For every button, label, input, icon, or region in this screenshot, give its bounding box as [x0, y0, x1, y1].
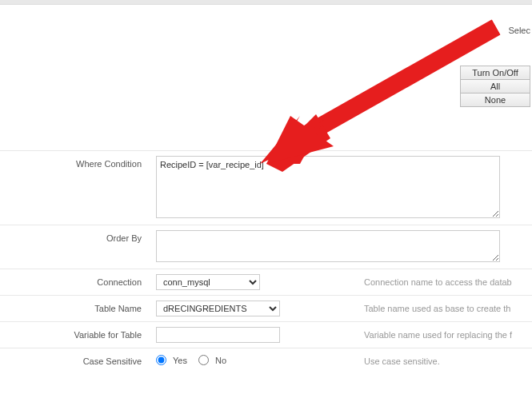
case-sensitive-label: Case Sensitive: [0, 353, 156, 366]
table-name-hint: Table name used as base to create th: [348, 301, 532, 313]
where-condition-input[interactable]: RecipeID = [var_recipe_id]: [156, 156, 500, 218]
connection-hint: Connection name to access the datab: [348, 274, 532, 287]
case-no-label: No: [215, 356, 226, 365]
connection-label: Connection: [0, 274, 156, 287]
case-sensitive-hint: Use case sensitive.: [348, 353, 532, 366]
table-name-label: Table Name: [0, 301, 156, 313]
all-button[interactable]: All: [460, 79, 530, 94]
variable-table-input[interactable]: [156, 327, 280, 343]
order-by-input[interactable]: [156, 230, 500, 262]
none-button[interactable]: None: [460, 93, 530, 107]
connection-select[interactable]: conn_mysql: [156, 274, 260, 290]
select-label: Selec: [508, 26, 530, 35]
where-condition-label: Where Condition: [0, 156, 156, 169]
table-name-select[interactable]: dRECINGREDIENTS: [156, 301, 280, 316]
case-yes-label: Yes: [173, 356, 187, 365]
order-by-label: Order By: [0, 230, 156, 243]
case-yes-radio[interactable]: [156, 355, 166, 365]
variable-table-hint: Variable name used for replacing the f: [348, 327, 532, 340]
variable-table-label: Variable for Table: [0, 327, 156, 340]
case-no-radio[interactable]: [198, 355, 209, 365]
toggle-button-stack: Turn On/Off All None: [460, 66, 530, 106]
turn-onoff-button[interactable]: Turn On/Off: [460, 66, 530, 80]
